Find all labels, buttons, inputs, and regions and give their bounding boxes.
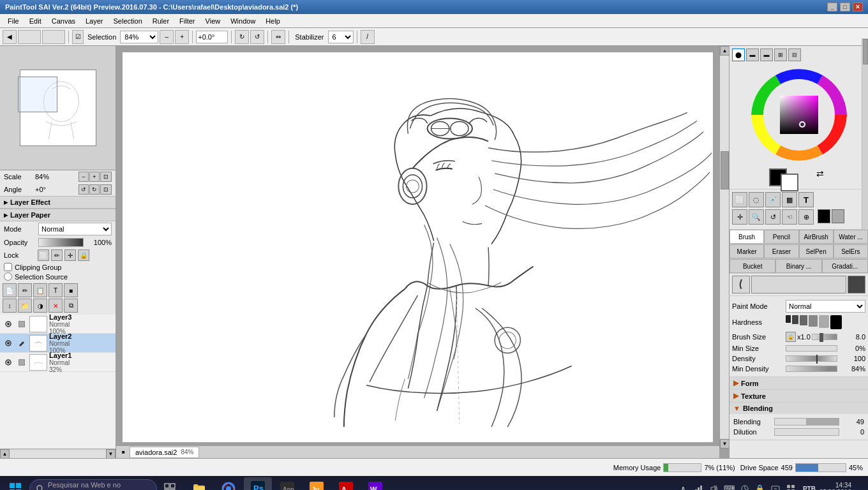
scale-reset-btn[interactable]: ⊡ xyxy=(100,172,112,182)
hard-dot-2[interactable] xyxy=(792,315,798,324)
eyedropper-tool[interactable]: 💉 xyxy=(765,192,781,207)
angle-ccw-btn[interactable]: ↺ xyxy=(79,184,89,195)
flip-btn[interactable]: ⇔ xyxy=(271,30,285,44)
brush-tab-gradati[interactable]: Gradati... xyxy=(822,259,868,273)
fill-layer-btn[interactable]: ■ xyxy=(64,283,78,297)
taskbar-app7-btn[interactable]: W xyxy=(361,477,389,490)
new-group-btn[interactable]: 📁 xyxy=(18,299,32,313)
min-density-slider[interactable] xyxy=(786,366,837,372)
angle-cw-btn[interactable]: ↻ xyxy=(89,184,100,195)
color-hslbar-btn[interactable]: ▬ xyxy=(746,48,759,61)
new-vector-layer-btn[interactable]: ✏ xyxy=(18,283,32,297)
new-raster-layer-btn[interactable]: 📄 xyxy=(3,283,17,297)
taskbar-app6-btn[interactable]: A xyxy=(332,477,360,490)
navigator-viewport[interactable] xyxy=(18,77,57,112)
brush-tab-eraser[interactable]: Eraser xyxy=(764,244,798,258)
hard-dot-black[interactable] xyxy=(830,315,842,329)
menu-ruler[interactable]: Ruler xyxy=(147,16,174,26)
taskbar-app4-btn[interactable]: App xyxy=(273,477,301,490)
zoom-plus-btn[interactable]: + xyxy=(175,30,189,44)
scale-increase-btn[interactable]: + xyxy=(89,172,100,182)
canvas-scroll-v[interactable]: ▲ ▼ xyxy=(719,46,729,449)
layer-item[interactable]: Layer1 Normal 32% xyxy=(0,353,116,372)
tray-up-arrow-btn[interactable]: ∧ xyxy=(678,483,689,490)
brush-tab-water[interactable]: Water ... xyxy=(834,230,868,244)
close-button[interactable]: ✕ xyxy=(853,3,863,11)
menu-selection[interactable]: Selection xyxy=(108,16,147,26)
delete-layer-btn[interactable]: ✕ xyxy=(49,299,63,313)
new-text-btn[interactable]: T xyxy=(49,283,63,297)
layer2-edit-indicator[interactable] xyxy=(16,338,27,349)
background-color-swatch[interactable] xyxy=(781,174,798,191)
swap-colors-btn[interactable]: ⇄ xyxy=(816,168,829,181)
brush-tab-selers[interactable]: SelErs xyxy=(834,244,868,258)
hard-dot-3[interactable] xyxy=(800,315,807,325)
left-scroll-down-btn[interactable]: ▼ xyxy=(106,449,116,459)
brush-tab-bucket[interactable]: Bucket xyxy=(730,259,775,273)
angle-reset-btn[interactable]: ⊡ xyxy=(100,184,112,195)
select-rect-tool[interactable]: ⬜ xyxy=(732,192,747,207)
color-swatches-btn[interactable]: ⊟ xyxy=(788,48,801,61)
text-tool[interactable]: T xyxy=(798,192,814,207)
tray-icon4[interactable]: ⌨ xyxy=(724,483,735,490)
min-size-slider[interactable] xyxy=(786,345,837,352)
layer-mask-btn[interactable]: ◑ xyxy=(33,299,47,313)
left-scroll-up-btn[interactable]: ▲ xyxy=(0,449,10,459)
rotate-cw-btn[interactable]: ↻ xyxy=(235,30,249,44)
scroll-v-track[interactable] xyxy=(720,56,729,439)
scroll-down-btn[interactable]: ▼ xyxy=(720,439,729,449)
tray-action-center[interactable] xyxy=(785,483,797,490)
toolbar-btn3[interactable] xyxy=(42,30,65,44)
menu-file[interactable]: File xyxy=(3,16,24,26)
zoom-minus-btn[interactable]: – xyxy=(160,30,174,44)
density-thumb[interactable] xyxy=(816,355,818,364)
blend-dilution-slider[interactable] xyxy=(774,428,839,436)
bg-color-small[interactable] xyxy=(832,209,844,223)
right-panel-scroll[interactable] xyxy=(862,46,868,230)
paint-mode-select[interactable]: Normal Multiply Screen xyxy=(786,300,865,313)
color-wheel-container[interactable] xyxy=(748,64,850,166)
form-header[interactable]: ▶ Form xyxy=(730,377,868,389)
layer2-visibility-btn[interactable] xyxy=(3,338,14,349)
left-scroll-track[interactable] xyxy=(10,450,106,458)
angle-input[interactable] xyxy=(196,31,228,43)
fg-color-small[interactable] xyxy=(818,209,830,223)
taskbar-explorer-btn[interactable] xyxy=(185,477,213,490)
brush-tab-airbrush[interactable]: AirBrush xyxy=(799,230,834,244)
hand-tool[interactable]: ☜ xyxy=(782,209,797,225)
layer-copy-btn[interactable]: ⧉ xyxy=(64,299,78,313)
texture-header[interactable]: ▶ Texture xyxy=(730,390,868,402)
stabilizer-select[interactable]: 6 012345 7 xyxy=(328,31,354,43)
tray-volume-icon[interactable] xyxy=(708,483,720,490)
color-hsl2bar-btn[interactable]: ▬ xyxy=(760,48,773,61)
lock-move-btn[interactable]: ✛ xyxy=(64,249,76,261)
layer-item[interactable]: Layer2 Normal 100% xyxy=(0,334,116,353)
scroll-v-thumb[interactable] xyxy=(721,151,729,189)
tray-icon6[interactable]: 🔒 xyxy=(754,483,766,490)
menu-help[interactable]: Help xyxy=(260,16,285,26)
menu-canvas[interactable]: Canvas xyxy=(47,16,80,26)
rotate-tool[interactable]: ↺ xyxy=(765,209,781,225)
menu-layer[interactable]: Layer xyxy=(80,16,108,26)
scroll-corner-btn[interactable]: ■ xyxy=(119,447,128,457)
fill-tool[interactable]: ▩ xyxy=(782,192,797,207)
opacity-slider[interactable] xyxy=(38,238,84,247)
layer3-visibility-btn[interactable] xyxy=(3,318,14,330)
color-wheel-btn[interactable]: ⬤ xyxy=(732,48,745,61)
layer-item[interactable]: Layer3 Normal 100% xyxy=(0,315,116,334)
color-picker-right[interactable]: ⊕ xyxy=(798,209,814,225)
brush-tab-selpen[interactable]: SelPen xyxy=(799,244,834,258)
show-desktop-btn[interactable] xyxy=(855,477,860,490)
layer1-visibility-btn[interactable] xyxy=(3,357,14,368)
new-linework-btn[interactable]: 📋 xyxy=(33,283,47,297)
task-view-btn[interactable] xyxy=(158,477,181,490)
brush-size-lock-btn[interactable]: 🔒 xyxy=(786,332,796,342)
select-lasso-tool[interactable]: ◌ xyxy=(749,192,764,207)
scroll-up-btn[interactable]: ▲ xyxy=(720,46,729,56)
toolbar-btn2[interactable] xyxy=(18,30,41,44)
lock-all-btn[interactable]: 🔒 xyxy=(78,249,89,261)
rotate-ccw-btn[interactable]: ↺ xyxy=(250,30,264,44)
density-slider[interactable] xyxy=(786,355,837,362)
clipping-group-checkbox[interactable] xyxy=(4,263,12,271)
move-tool[interactable]: ✛ xyxy=(732,209,747,225)
